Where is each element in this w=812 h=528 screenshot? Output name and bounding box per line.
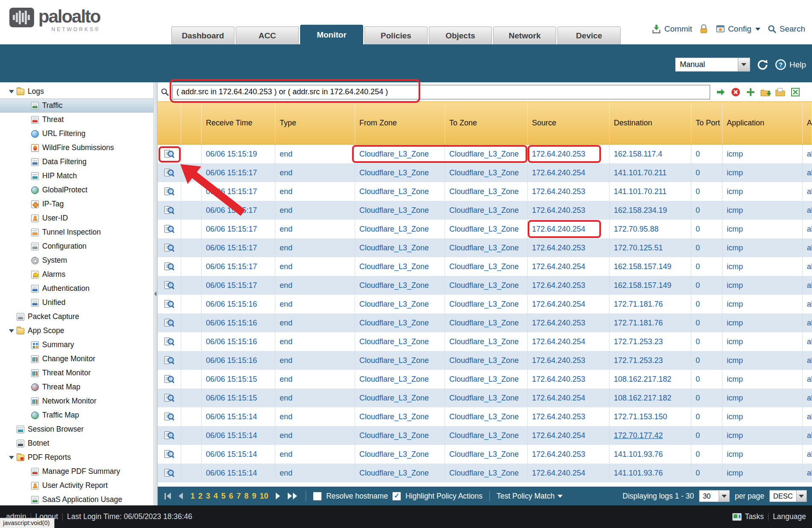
log-row[interactable]: 06/06 15:15:14 end Cloudflare_L3_Zone Cl… [158,426,812,445]
next-page-button[interactable] [274,493,282,499]
tasks-button[interactable]: Tasks [745,512,764,521]
sidebar-item-wildfire-submissions[interactable]: WildFire Submissions [0,141,153,155]
log-detail-magnifier-icon[interactable] [164,242,175,253]
select-dropdown-button[interactable] [738,58,750,71]
sidebar-item-hip-match[interactable]: HIP Match [0,169,153,183]
header-source[interactable]: Source [528,102,610,144]
config-menu-button[interactable]: Config [715,24,760,34]
log-row[interactable]: 06/06 15:15:14 end Cloudflare_L3_Zone Cl… [158,445,812,464]
sidebar-item-globalprotect[interactable]: GlobalProtect [0,183,153,197]
log-row[interactable]: 06/06 15:15:17 end Cloudflare_L3_Zone Cl… [158,201,812,220]
log-filter-input[interactable] [172,85,710,99]
log-detail-magnifier-icon[interactable] [164,449,175,460]
log-detail-magnifier-icon[interactable] [164,374,175,385]
log-row[interactable]: 06/06 15:15:14 end Cloudflare_L3_Zone Cl… [158,407,812,426]
sidebar-item-app-scope[interactable]: App Scope [0,324,153,338]
page-number-link[interactable]: 2 [198,492,202,501]
select-dropdown-button[interactable] [796,490,806,502]
log-detail-magnifier-icon[interactable] [164,411,175,422]
refresh-icon[interactable] [756,58,769,71]
header-application[interactable]: Application [722,102,803,144]
header-to-zone[interactable]: To Zone [445,102,528,144]
resolve-hostname-checkbox[interactable] [313,492,322,501]
log-row[interactable]: 06/06 15:15:19 end Cloudflare_L3_Zone Cl… [158,145,812,163]
lock-icon[interactable] [699,24,708,34]
sidebar-item-tunnel-inspection[interactable]: Tunnel Inspection [0,225,153,239]
sidebar-item-threat-map[interactable]: Threat Map [0,380,153,394]
log-row[interactable]: 06/06 15:15:17 end Cloudflare_L3_Zone Cl… [158,238,812,257]
sidebar-item-packet-capture[interactable]: Packet Capture [0,310,153,324]
log-detail-magnifier-icon[interactable] [164,467,175,479]
log-row[interactable]: 06/06 15:15:17 end Cloudflare_L3_Zone Cl… [158,163,812,182]
tab-network[interactable]: Network [493,26,556,44]
sidebar-item-user-id[interactable]: User-ID [0,211,153,225]
page-number-link[interactable]: 1 [191,492,195,501]
sidebar-item-threat-monitor[interactable]: Threat Monitor [0,366,153,380]
log-row[interactable]: 06/06 15:15:15 end Cloudflare_L3_Zone Cl… [158,370,812,389]
log-detail-magnifier-icon[interactable] [164,186,175,197]
refresh-mode-select[interactable]: Manual [675,58,750,72]
sidebar-collapse-handle[interactable] [154,82,158,505]
tab-dashboard[interactable]: Dashboard [171,26,234,44]
page-number-link[interactable]: 9 [252,492,256,501]
highlight-policy-actions-checkbox[interactable] [392,492,401,501]
sidebar-item-user-activity-report[interactable]: User Activity Report [0,479,153,493]
select-dropdown-button[interactable] [719,490,729,502]
log-detail-magnifier-icon[interactable] [164,430,175,441]
sidebar-item-botnet[interactable]: Botnet [0,436,153,450]
sidebar-item-authentication[interactable]: Authentication [0,281,153,296]
tab-device[interactable]: Device [558,26,621,44]
log-detail-magnifier-icon[interactable] [164,167,175,178]
sidebar-item-manage-pdf-summary[interactable]: Manage PDF Summary [0,464,153,479]
log-detail-magnifier-icon[interactable] [164,223,175,235]
page-number-link[interactable]: 8 [244,492,249,501]
log-row[interactable]: 06/06 15:15:17 end Cloudflare_L3_Zone Cl… [158,257,812,276]
last-page-button[interactable] [286,493,299,499]
sort-order-select[interactable]: DESC [769,490,807,502]
tab-acc[interactable]: ACC [236,26,299,44]
sidebar-item-system[interactable]: System [0,253,153,267]
test-policy-match-button[interactable]: Test Policy Match [497,492,563,501]
log-row[interactable]: 06/06 15:15:15 end Cloudflare_L3_Zone Cl… [158,389,812,407]
header-receive-time[interactable]: Receive Time [202,102,275,144]
header-from-zone[interactable]: From Zone [355,102,445,144]
collapse-triangle-icon[interactable] [8,327,15,334]
first-page-button[interactable] [163,493,173,499]
header-to-port[interactable]: To Port [691,102,722,144]
log-row[interactable]: 06/06 15:15:16 end Cloudflare_L3_Zone Cl… [158,295,812,313]
help-button[interactable]: ? Help [775,59,806,70]
header-action[interactable]: Action [803,102,812,144]
sidebar-item-unified[interactable]: Unified [0,296,153,310]
page-number-link[interactable]: 10 [260,492,268,501]
sidebar-item-url-filtering[interactable]: URL Filtering [0,127,153,141]
page-size-select[interactable]: 30 [699,490,730,502]
log-detail-magnifier-icon[interactable] [164,355,175,366]
add-filter-button[interactable] [745,87,756,98]
tab-objects[interactable]: Objects [429,26,492,44]
sidebar-item-ip-tag[interactable]: IP-Tag [0,197,153,211]
collapse-triangle-icon[interactable] [8,88,15,95]
commit-button[interactable]: Commit [651,24,692,34]
page-number-link[interactable]: 3 [206,492,210,501]
sidebar-item-data-filtering[interactable]: Data Filtering [0,155,153,169]
log-row[interactable]: 06/06 15:15:17 end Cloudflare_L3_Zone Cl… [158,182,812,201]
sidebar-item-session-browser[interactable]: Session Browser [0,422,153,436]
load-filter-button[interactable] [775,87,786,98]
log-row[interactable]: 06/06 15:15:17 end Cloudflare_L3_Zone Cl… [158,220,812,238]
log-detail-magnifier-icon[interactable] [164,280,175,291]
log-detail-magnifier-icon[interactable] [164,261,175,272]
log-detail-magnifier-icon[interactable] [164,148,175,160]
sidebar-item-change-monitor[interactable]: Change Monitor [0,352,153,366]
tab-monitor[interactable]: Monitor [300,25,363,44]
previous-page-button[interactable] [177,493,185,499]
sidebar-item-threat[interactable]: Threat [0,113,153,127]
language-button[interactable]: Language [773,512,806,521]
page-number-link[interactable]: 7 [237,492,241,501]
sidebar-item-summary[interactable]: Summary [0,338,153,352]
page-number-link[interactable]: 4 [214,492,218,501]
log-row[interactable]: 06/06 15:15:14 end Cloudflare_L3_Zone Cl… [158,464,812,482]
log-row[interactable]: 06/06 15:15:16 end Cloudflare_L3_Zone Cl… [158,313,812,332]
page-number-link[interactable]: 5 [221,492,225,501]
sidebar-item-traffic[interactable]: Traffic [0,99,153,113]
log-row[interactable]: 06/06 15:15:16 end Cloudflare_L3_Zone Cl… [158,351,812,370]
